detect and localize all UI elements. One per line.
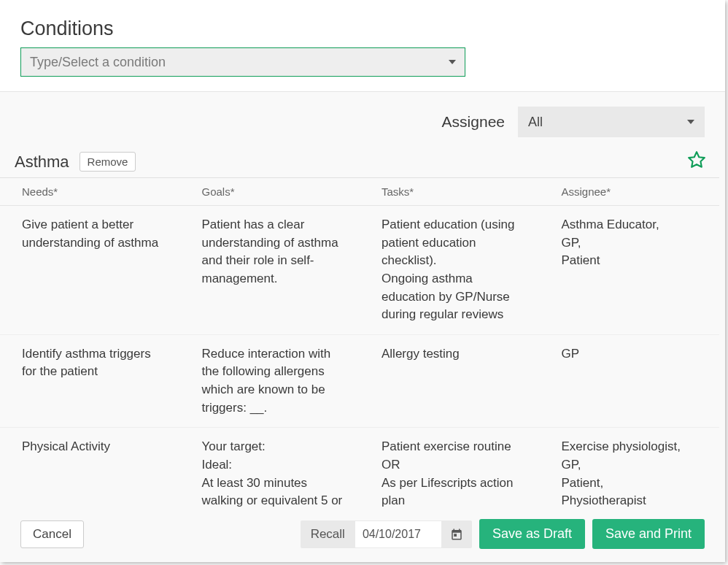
svg-marker-0 <box>689 152 705 167</box>
table-row[interactable]: Give patient a better understanding of a… <box>0 206 719 335</box>
assignee-filter-label: Assignee <box>442 113 505 131</box>
cell-tasks: Patient exercise routineORAs per Lifescr… <box>360 428 540 509</box>
cell-goals: Reduce interaction with the following al… <box>180 334 360 428</box>
cell-needs: Give patient a better understanding of a… <box>0 206 180 335</box>
column-header-tasks: Tasks* <box>360 178 540 206</box>
chevron-down-icon <box>687 120 694 124</box>
recall-label: Recall <box>301 520 355 548</box>
column-header-assignee: Assignee* <box>540 178 720 206</box>
recall-group: Recall <box>301 520 472 548</box>
column-header-goals: Goals* <box>180 178 360 206</box>
cell-assignee: GP <box>540 334 720 428</box>
condition-select[interactable]: Type/Select a condition <box>20 47 465 77</box>
save-draft-button[interactable]: Save as Draft <box>479 519 585 549</box>
cell-tasks: Patient education (using patient educati… <box>360 206 540 335</box>
cell-needs: Physical Activity <box>0 428 180 509</box>
condition-name: Asthma <box>15 153 69 172</box>
page-title: Conditions <box>20 18 705 40</box>
table-row[interactable]: Identify asthma triggers for the patient… <box>0 334 719 428</box>
cell-goals: Patient has a clear understanding of ast… <box>180 206 360 335</box>
cell-assignee: Exercise physiologist,GP,Patient,Physiot… <box>540 428 720 509</box>
chevron-down-icon <box>449 60 456 64</box>
condition-select-placeholder: Type/Select a condition <box>30 55 166 70</box>
remove-condition-button[interactable]: Remove <box>80 152 136 172</box>
cell-needs: Identify asthma triggers for the patient <box>0 334 180 428</box>
assignee-filter-value: All <box>528 115 543 130</box>
assignee-filter-select[interactable]: All <box>518 107 705 137</box>
cell-tasks: Allergy testing <box>360 334 540 428</box>
cell-goals: Your target:Ideal:At least 30 minutes wa… <box>180 428 360 509</box>
calendar-icon[interactable] <box>441 522 472 547</box>
table-row[interactable]: Physical Activity Your target:Ideal:At l… <box>0 428 719 509</box>
cell-assignee: Asthma Educator,GP,Patient <box>540 206 720 335</box>
star-icon[interactable] <box>687 150 706 172</box>
recall-date-input[interactable] <box>355 521 441 547</box>
column-header-needs: Needs* <box>0 178 180 206</box>
cancel-button[interactable]: Cancel <box>20 520 84 548</box>
care-plan-table: Needs* Goals* Tasks* Assignee* Give pati… <box>0 178 719 509</box>
save-print-button[interactable]: Save and Print <box>592 519 705 549</box>
